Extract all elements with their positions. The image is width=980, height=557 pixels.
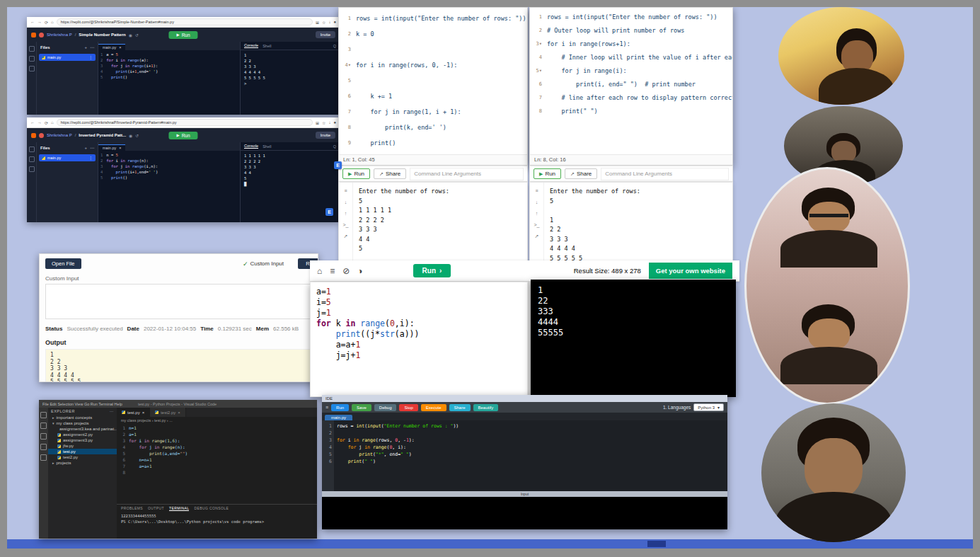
ide-console[interactable] xyxy=(322,497,727,529)
explorer-icon[interactable] xyxy=(40,412,47,418)
menu-icon[interactable]: ≡ xyxy=(325,405,328,410)
history-icon[interactable]: ↺ xyxy=(135,133,139,138)
code-editor[interactable]: a = 5 for i in range(a): for j in range(… xyxy=(105,50,159,115)
command-line-arguments-input[interactable] xyxy=(410,168,524,180)
tab-shell[interactable]: Shell xyxy=(263,144,271,149)
download-icon[interactable]: ↓ xyxy=(345,200,347,205)
download-icon[interactable]: ↓ xyxy=(328,20,330,24)
forward-icon[interactable]: → xyxy=(38,120,42,125)
code-editor[interactable]: rows = int(input("Enter the number of ro… xyxy=(353,8,526,154)
debug-icon[interactable] xyxy=(40,444,47,450)
close-icon[interactable]: × xyxy=(119,146,121,150)
back-icon[interactable]: ← xyxy=(30,20,35,24)
history-icon[interactable]: ↺ xyxy=(135,33,139,38)
bookmark-icon[interactable]: ☆ xyxy=(322,120,325,125)
tab-test2py[interactable]: test2.py× xyxy=(150,408,186,417)
visibility-icon[interactable]: ◉ xyxy=(129,133,132,138)
tree-file[interactable]: test2.py xyxy=(48,454,117,460)
close-icon[interactable]: × xyxy=(178,410,180,415)
stop-button[interactable]: Stop xyxy=(399,404,417,411)
execute-button[interactable]: Execute xyxy=(421,404,446,411)
replit-logo-icon[interactable] xyxy=(31,33,36,38)
code-editor[interactable]: n=1 a=1 for i in range(1,6): for j in ra… xyxy=(127,423,188,504)
floating-badge[interactable]: E xyxy=(325,208,333,216)
avatar[interactable] xyxy=(39,33,44,38)
menu-icon[interactable]: ≡ xyxy=(535,188,538,193)
code-editor[interactable]: n = 5 for i in range(n): for j in range(… xyxy=(105,151,159,222)
packages-rail-icon[interactable] xyxy=(29,66,35,71)
project-title[interactable]: Inverted Pyramid Patt... xyxy=(79,133,126,137)
avatar[interactable] xyxy=(39,133,44,138)
home-icon[interactable]: ⌂ xyxy=(317,266,322,276)
extensions-icon[interactable] xyxy=(40,454,47,461)
tab-testpy[interactable]: test.py× xyxy=(117,408,150,417)
url-bar[interactable]: https://replit.com/@ShrikrishnaP/Simple-… xyxy=(57,18,313,25)
project-title[interactable]: Simple Number Pattern xyxy=(79,33,125,37)
profile-icon[interactable]: ● xyxy=(333,20,336,24)
expand-icon[interactable]: ↗ xyxy=(344,234,348,239)
reload-icon[interactable]: ⟳ xyxy=(45,120,48,125)
menu-bar[interactable]: File Edit Selection View Go Run Terminal… xyxy=(42,402,122,406)
tab-console[interactable]: Console xyxy=(244,144,258,149)
debug-button[interactable]: Debug xyxy=(374,404,397,411)
tree-file[interactable]: assignment3.kea and parinat... xyxy=(48,426,117,432)
more-icon[interactable]: ⋯ xyxy=(110,409,114,413)
home-icon[interactable]: ⌂ xyxy=(51,20,54,24)
tab-terminal[interactable]: TERMINAL xyxy=(169,506,189,511)
url-bar[interactable]: https://replit.com/@ShrikrishnaP/Inverte… xyxy=(57,119,313,126)
run-button[interactable]: Run› xyxy=(413,264,451,277)
code-editor[interactable]: a=1 i=5 j=1 for k in range(0,i): print((… xyxy=(311,282,527,365)
upload-icon[interactable]: ↑ xyxy=(536,211,538,216)
floating-badge[interactable]: E xyxy=(334,161,342,169)
menu-icon[interactable]: ≡ xyxy=(330,266,335,276)
get-website-button[interactable]: Get your own website xyxy=(649,263,732,279)
file-menu-icon[interactable]: ⋮ xyxy=(89,156,93,160)
tab-debug-console[interactable]: DEBUG CONSOLE xyxy=(194,506,229,510)
run-button[interactable]: ▶Run xyxy=(168,132,197,139)
add-file-icon[interactable]: + xyxy=(84,146,87,150)
share-button[interactable]: Share xyxy=(449,404,471,411)
custom-input-checkbox[interactable]: ✓Custom Input xyxy=(243,260,284,268)
close-icon[interactable]: × xyxy=(119,45,121,50)
tree-folder[interactable]: ▸projects xyxy=(48,460,117,466)
menu-icon[interactable]: ≡ xyxy=(344,188,347,193)
share-button[interactable]: ↗Share xyxy=(374,168,406,179)
bookmark-icon[interactable]: ☆ xyxy=(322,20,325,25)
source-control-icon[interactable] xyxy=(40,433,47,440)
share-button[interactable]: ↗Share xyxy=(565,168,597,179)
reload-icon[interactable]: ⟳ xyxy=(45,20,48,25)
run-button[interactable]: ▶Run xyxy=(168,31,197,39)
extensions-icon[interactable]: ⊞ xyxy=(316,20,319,25)
tab-output[interactable]: OUTPUT xyxy=(148,506,164,510)
terminal-icon[interactable]: >_ xyxy=(343,222,349,227)
save-button[interactable]: Save xyxy=(352,404,371,411)
more-icon[interactable]: ⋯ xyxy=(90,45,94,50)
forward-icon[interactable]: → xyxy=(38,20,42,24)
custom-input-area[interactable] xyxy=(45,284,312,319)
file-menu-icon[interactable]: ⋮ xyxy=(89,55,93,59)
download-icon[interactable]: ↓ xyxy=(536,200,538,205)
run-button[interactable]: Run xyxy=(331,404,349,411)
download-icon[interactable]: ↓ xyxy=(328,120,330,125)
files-rail-icon[interactable] xyxy=(29,147,35,152)
search-icon[interactable] xyxy=(40,423,47,429)
breadcrumb[interactable]: my class projects › test.py › ... xyxy=(117,417,317,423)
back-icon[interactable]: ← xyxy=(30,120,35,125)
tree-file-selected[interactable]: test.py xyxy=(48,449,117,454)
tab-shell[interactable]: Shell xyxy=(263,44,271,48)
terminal-icon[interactable]: >_ xyxy=(534,222,540,227)
tree-folder[interactable]: ▾my class projects xyxy=(48,420,117,426)
tree-file[interactable]: jfw.py xyxy=(48,443,117,449)
tree-folder[interactable]: ▸important concepts xyxy=(48,415,117,420)
profile-icon[interactable]: ● xyxy=(333,120,336,125)
file-item-mainpy[interactable]: main.py⋮ xyxy=(39,54,96,61)
close-icon[interactable]: × xyxy=(142,410,145,415)
taskbar-item[interactable] xyxy=(647,541,666,547)
files-rail-icon[interactable] xyxy=(29,46,35,52)
run-button[interactable]: ▶Run xyxy=(534,168,561,179)
editor-tab-mainpy[interactable]: main.py× xyxy=(98,44,125,50)
language-select[interactable]: Python 3▾ xyxy=(693,403,724,411)
terminal-output[interactable]: 122333444455555 PS C:\Users\...\Desktop\… xyxy=(117,512,317,539)
tree-file[interactable]: assignment2.py xyxy=(48,432,117,437)
run-button[interactable]: ▶Run xyxy=(342,168,370,179)
